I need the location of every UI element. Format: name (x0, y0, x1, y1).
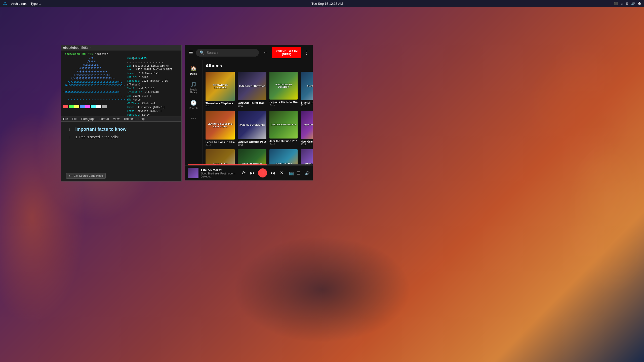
monitor-icon[interactable]: ⬛ (614, 2, 618, 5)
music-library-nav-icon: 🎵 (190, 81, 197, 87)
album-title: Throwback Clapback (206, 102, 235, 105)
pause-button[interactable]: ⏸ (258, 168, 267, 177)
topbar-right: ⬛ ⌂ ⊞ 🔊 ⏻ (614, 2, 641, 5)
audio-icon[interactable]: 🔊 (631, 2, 635, 5)
album-year: 2018 (301, 104, 313, 107)
search-icon: 🔍 (199, 50, 205, 55)
album-year: 2019 (206, 105, 235, 108)
typora-menu-themes[interactable]: Themes (124, 117, 134, 121)
album-title: Jazz Age Thirst Trap (238, 101, 266, 104)
sidebar-item-home[interactable]: 🏠 Home (185, 63, 202, 78)
switch-to-ytm-button[interactable]: SWITCH TO YTM(BETA) (272, 47, 301, 58)
music-player-main[interactable]: Albums THROWBACK CLAPBACKThrowback Clapb… (203, 60, 313, 164)
topbar: Arch Linux Typora Tue Sep 15 12:15 AM ⬛ … (0, 0, 644, 7)
line-number-3: 3 (69, 135, 70, 139)
track-title: Life on Mars? (201, 168, 238, 172)
album-thumbnail (188, 168, 198, 178)
shuffle-button[interactable]: ✕ (279, 169, 285, 177)
album-year: 2018 (206, 144, 235, 146)
music-player-window: ☰ 🔍 ← SWITCH TO YTM(BETA) ⋮ 🏠 Home 🎵 Mus… (185, 45, 313, 180)
search-input[interactable] (207, 51, 255, 55)
recents-nav-icon: 🕐 (190, 100, 197, 106)
datetime: Tue Sep 15 12:15 AM (311, 2, 343, 6)
cast-button[interactable]: 📺 (289, 171, 294, 175)
back-icon[interactable]: ← (261, 49, 270, 57)
album-cover: SQUAD GOALS (269, 149, 298, 164)
album-year: 2019 (238, 104, 266, 107)
album-year: 2019 (269, 104, 298, 106)
typora-menu-view[interactable]: View (113, 117, 119, 121)
music-player-sidebar: 🏠 Home 🎵 Music library 🕐 Recents ••• (185, 60, 203, 164)
album-card[interactable]: JAZZ ME OUTSIDE Pt.1Jazz Me Outside Pt. … (269, 111, 298, 147)
album-card[interactable]: JAZZ ME OUTSIDE Pt.2Jazz Me Outside Pt. … (238, 111, 266, 147)
album-title: New Gramophone, Wi (301, 140, 313, 143)
typora-menu-paragraph[interactable]: Paragraph (81, 117, 95, 121)
list-item-text: 1. Pee is stored in the balls! (75, 135, 119, 139)
topbar-left: Arch Linux Typora (3, 1, 41, 6)
home-nav-icon: 🏠 (190, 65, 197, 71)
typora-menu-file[interactable]: File (63, 117, 68, 121)
album-title: Jazz Me Outside Pt. 1 (269, 140, 298, 143)
more-nav-icon[interactable]: ••• (191, 116, 196, 121)
track-artist: Scott Bradlee's Postmodern Jukebo... (201, 172, 238, 178)
album-cover: JAZZ ME OUTSIDE Pt.2 (238, 111, 266, 139)
album-card[interactable]: LEARN TO FLOSS IN 3 EASY STEPSLearn To F… (206, 111, 235, 147)
album-card[interactable]: POSTMODERN JUKEBOXSepia Is The New Ora20… (269, 72, 298, 108)
album-cover: BLUE MIRROR (301, 72, 313, 100)
typora-menu-help[interactable]: Help (138, 117, 145, 121)
queue-button[interactable]: ☰ (297, 171, 300, 175)
grid-icon[interactable]: ⊞ (626, 2, 628, 5)
next-button[interactable]: ⏭ (270, 169, 276, 177)
arch-linux-logo (3, 1, 7, 6)
progress-bar[interactable] (188, 164, 310, 165)
home-icon[interactable]: ⌂ (621, 2, 623, 5)
exit-source-code-button[interactable]: ⟵ Exit Source Code Mode (66, 173, 106, 179)
music-player-header: ☰ 🔍 ← SWITCH TO YTM(BETA) ⋮ (185, 45, 313, 60)
typora-menu-format[interactable]: Format (99, 117, 109, 121)
typora-editor[interactable]: 1 Important facts to know 3 1. Pee is st… (61, 122, 181, 144)
search-bar[interactable]: 🔍 (196, 49, 259, 57)
more-options-icon[interactable]: ⋮ (303, 49, 310, 56)
album-year: 2017 (301, 143, 313, 146)
terminal-content[interactable]: [obed@obed-EOS ~]$ neofetch ./o. ./$$$$-… (61, 51, 181, 119)
album-title: Learn To Floss in 3 Ea (206, 141, 235, 144)
repeat-button[interactable]: ⟳ (241, 169, 247, 177)
line-number-1: 1 (69, 128, 70, 131)
album-year: 2018 (238, 143, 266, 146)
terminal-info: obed@obed-EOS ........................ O… (127, 56, 179, 119)
albums-grid: THROWBACK CLAPBACKThrowback Clapback2019… (206, 72, 310, 164)
album-cover: LEARN TO FLOSS IN 3 EASY STEPS (206, 111, 235, 140)
album-cover: THROWBACK CLAPBACK (206, 72, 235, 101)
album-card[interactable]: NEW GRAMOPHONENew Gramophone, Wi2017 (301, 111, 313, 147)
album-card[interactable]: SQUAD GOALSSquad Goals2016 (269, 149, 298, 164)
progress-fill (188, 164, 267, 165)
power-icon[interactable]: ⏻ (638, 2, 641, 5)
album-card[interactable]: BLUE MIRRORBlue Mirror2018 (301, 72, 313, 108)
terminal-titlebar: obed@obed-EOS: ~ (61, 45, 181, 51)
typora-menubar: File Edit Paragraph Format View Themes H… (61, 116, 181, 122)
album-card[interactable]: FAKE BLUESFake Blues2017 (206, 149, 235, 164)
album-card[interactable]: 33 RESOLUTIONS33 Resolutions Per Mi2017 (238, 149, 266, 164)
track-info: Life on Mars? Scott Bradlee's Postmodern… (201, 168, 238, 178)
album-card[interactable]: JAZZ AGE THIRST TRAPJazz Age Thirst Trap… (238, 72, 266, 108)
terminal-window: obed@obed-EOS: ~ [obed@obed-EOS ~]$ neof… (61, 45, 182, 120)
sidebar-item-recents[interactable]: 🕐 Recents (185, 97, 202, 112)
album-cover: JAZZ AGE THIRST TRAP (238, 72, 266, 100)
album-title: Sepia Is The New Ora (269, 101, 298, 104)
terminal-title-text: obed@obed-EOS: ~ (63, 46, 92, 50)
home-nav-label: Home (190, 72, 197, 75)
album-card[interactable]: SWING THE VOTE!Swing The Vote!2016 (301, 149, 313, 164)
previous-button[interactable]: ⏮ (249, 169, 256, 177)
volume-icon[interactable]: 🔊 (305, 171, 310, 175)
menu-icon[interactable]: ☰ (188, 49, 194, 56)
sidebar-item-music-library[interactable]: 🎵 Music library (185, 79, 202, 96)
typora-label[interactable]: Typora (30, 2, 41, 6)
music-player-controls: Life on Mars? Scott Bradlee's Postmodern… (185, 165, 313, 180)
typora-menu-edit[interactable]: Edit (72, 117, 77, 121)
heading-text: Important facts to know (75, 127, 127, 132)
arch-linux-label[interactable]: Arch Linux (11, 2, 26, 6)
topbar-center: Tue Sep 15 12:15 AM (45, 2, 610, 6)
music-player-body: 🏠 Home 🎵 Music library 🕐 Recents ••• Alb… (185, 60, 313, 164)
album-card[interactable]: THROWBACK CLAPBACKThrowback Clapback2019 (206, 72, 235, 108)
music-library-nav-label: Music library (187, 88, 200, 94)
